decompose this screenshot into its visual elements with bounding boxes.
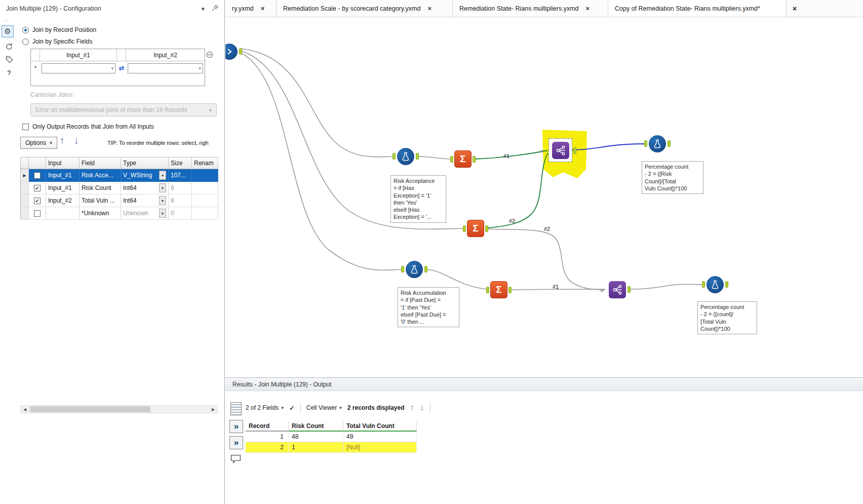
options-button[interactable]: Options ▾ (20, 137, 57, 149)
multi-input-anchor-icon[interactable]: » (600, 286, 604, 294)
browse-table-icon[interactable] (230, 402, 242, 415)
fields-selector[interactable]: 2 of 2 Fields (246, 404, 279, 411)
results-title-bar[interactable]: Results - Join Multiple (129) - Output (225, 378, 863, 391)
tab-document-1[interactable]: ry.yxmd × (225, 0, 277, 17)
row-checkbox[interactable]: ✓ (34, 185, 41, 191)
refresh-icon[interactable] (4, 43, 14, 52)
tab-close-icon[interactable]: × (427, 5, 432, 12)
collapse-chevron-icon[interactable]: ▾ (201, 5, 205, 13)
annotation-risk-accumulation[interactable]: Risk Accumulation = if [Past Due] = '1' … (398, 287, 459, 327)
join-multiple-tool-2[interactable]: » (609, 281, 626, 298)
row-selector[interactable] (21, 207, 29, 220)
column-header-record[interactable]: Record (246, 421, 289, 432)
grid-row[interactable]: ✓ Input_#2 Total Vuln ... Int64 ▾ 8 (21, 195, 218, 207)
row-selector[interactable] (21, 195, 29, 207)
radio-join-by-specific-fields[interactable]: Join by Specific Fields (22, 38, 93, 45)
grid-row[interactable]: *Unknown Unknown ▾ 0 (21, 207, 218, 220)
row-selector[interactable] (21, 182, 29, 195)
scroll-right-icon[interactable]: ▶ (209, 407, 217, 412)
tab-close-icon[interactable]: × (586, 5, 590, 12)
annotation-percentage-bottom[interactable]: Percentage count - 2 = ([count]/ [Total … (697, 301, 757, 334)
column-header-risk-count[interactable]: Risk Count (289, 421, 343, 432)
column-header-total-vuln-count[interactable]: Total Vuln Count (343, 421, 417, 432)
remove-row-icon[interactable]: ⊖ (206, 50, 214, 59)
up-arrow-icon[interactable]: ↑ (410, 403, 415, 413)
configuration-tab-selected[interactable]: ⚙ (2, 25, 14, 37)
output-anchor[interactable] (239, 48, 242, 55)
type-cell[interactable]: Unknown ▾ (121, 207, 169, 220)
rename-cell[interactable] (192, 169, 218, 182)
total-vuln-count-cell[interactable]: [Null] (343, 442, 417, 453)
input-anchor[interactable] (486, 287, 489, 293)
input-anchor-1-button[interactable]: » (229, 420, 243, 433)
panel-menu-dots[interactable]: ⋯ (4, 17, 10, 24)
output-anchor[interactable] (485, 225, 488, 232)
table-row-highlighted[interactable]: 2 1 [Null] (246, 442, 417, 453)
type-cell[interactable]: Int64 ▾ (121, 195, 169, 207)
formula-tool-risk-accumulation[interactable] (406, 261, 423, 278)
summarize-tool-3[interactable]: Σ (490, 281, 507, 298)
cell-viewer-dropdown[interactable]: Cell Viewer (306, 404, 337, 411)
input-anchor[interactable] (401, 266, 404, 273)
multi-input-anchor-icon[interactable]: » (540, 146, 544, 154)
formula-tool-risk-acceptance[interactable] (397, 148, 414, 165)
formula-tool-percentage-top[interactable] (649, 135, 666, 152)
summarize-tool-1[interactable]: Σ (454, 150, 472, 168)
input-anchor[interactable] (463, 225, 466, 232)
input-cell[interactable]: Input_#1 (46, 182, 80, 195)
help-icon[interactable]: ? (4, 69, 14, 76)
rename-cell[interactable] (192, 195, 218, 207)
size-header[interactable]: Size (169, 158, 192, 169)
row-checkbox[interactable] (34, 210, 41, 217)
formula-tool-percentage-bottom[interactable] (707, 276, 724, 293)
input-cell[interactable]: Input_#1 (46, 169, 80, 182)
input-anchor-2-button[interactable]: » (229, 436, 243, 449)
move-up-icon[interactable]: ↑ (60, 135, 65, 146)
record-cell[interactable]: 1 (246, 432, 289, 442)
output-anchor[interactable] (627, 286, 631, 293)
radio-join-by-record-position[interactable]: Join by Record Position (22, 26, 96, 33)
tab-document-4[interactable]: Copy of Remediation State- Rians multipl… (608, 0, 787, 17)
annotation-risk-acceptance[interactable]: Risk Acceptance = if [Has Exception] = '… (390, 175, 446, 223)
grid-row[interactable]: ✓ Input_#1 Risk Count Int64 ▾ 8 (21, 182, 218, 195)
input1-field-select[interactable]: ▾ (42, 63, 115, 73)
risk-count-cell[interactable]: 48 (289, 432, 343, 442)
input-anchor[interactable] (393, 153, 396, 160)
pin-icon[interactable] (212, 5, 218, 13)
input2-field-select[interactable]: ▾ (128, 63, 203, 73)
tag-icon[interactable] (4, 56, 14, 65)
rename-header[interactable]: Renam (192, 158, 218, 169)
field-cell[interactable]: Risk Count (80, 182, 121, 195)
input-anchor[interactable] (702, 281, 705, 288)
size-cell[interactable]: 0 (169, 207, 192, 220)
risk-count-cell[interactable]: 1 (289, 442, 343, 453)
output-anchor[interactable] (508, 287, 512, 293)
apply-check-icon[interactable]: ✓ (289, 404, 295, 412)
down-arrow-icon[interactable]: ↓ (420, 403, 424, 413)
scroll-left-icon[interactable]: ◀ (21, 407, 29, 412)
field-cell[interactable]: *Unknown (80, 207, 121, 220)
annotation-percentage-top[interactable]: Percentage count - 2 = ([Risk Count]/[To… (642, 161, 703, 194)
join-multiple-tool-selected[interactable]: » (548, 138, 572, 162)
size-cell[interactable]: 8 (169, 182, 192, 195)
input-anchor[interactable] (450, 156, 453, 163)
field-header[interactable]: Field (80, 158, 121, 169)
comment-bubble-icon[interactable] (230, 454, 241, 466)
grid-row-selected[interactable]: ▶ Input_#1 Risk Acce... V_WString ▾ 107.… (21, 169, 218, 182)
only-output-records-checkbox[interactable]: Only Output Records that Join from All I… (22, 123, 154, 130)
size-cell[interactable]: 8 (169, 195, 192, 207)
type-cell[interactable]: Int64 ▾ (121, 182, 169, 195)
input-cell[interactable] (46, 207, 80, 220)
rename-cell[interactable] (192, 207, 218, 220)
tab-document-2[interactable]: Remediation Scale - by scorecard categor… (277, 0, 453, 17)
cartesian-joins-select[interactable]: Error on multidimensional joins of more … (30, 103, 217, 117)
row-checkbox[interactable] (34, 172, 41, 179)
chevron-down-icon[interactable]: ▾ (281, 405, 284, 410)
field-cell[interactable]: Risk Acce... (80, 169, 121, 182)
row-selector-icon[interactable]: ▶ (21, 169, 29, 182)
table-row[interactable]: 1 48 49 (246, 432, 417, 442)
output-anchor[interactable] (668, 140, 671, 147)
type-dropdown-icon[interactable]: ▾ (159, 171, 166, 180)
record-cell[interactable]: 2 (246, 442, 289, 453)
horizontal-scrollbar[interactable]: ◀ ▶ (20, 405, 218, 413)
